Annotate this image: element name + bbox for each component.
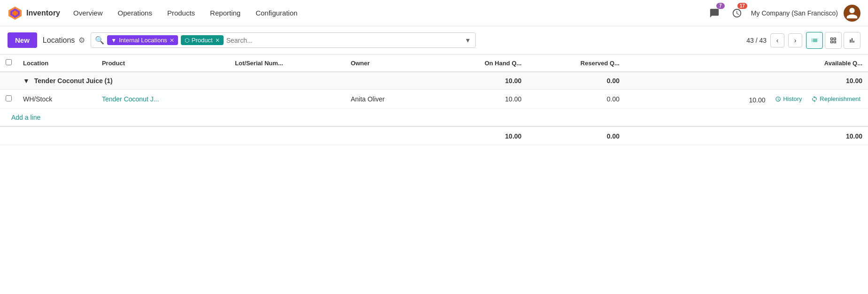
header-owner[interactable]: Owner — [345, 54, 434, 72]
totals-reserved: 0.00 — [527, 126, 625, 145]
product-link[interactable]: Tender Coconut J... — [102, 95, 159, 103]
history-button[interactable]: History — [773, 94, 804, 103]
user-avatar[interactable] — [844, 5, 860, 22]
filter-internal-label: Internal Locations — [119, 37, 167, 44]
filter-tag-product: ⬡ Product ✕ — [181, 35, 224, 45]
filter-internal-close[interactable]: ✕ — [170, 37, 174, 44]
table-row: WH/Stock Tender Coconut J... Anita Olive… — [0, 90, 868, 109]
header-product[interactable]: Product — [96, 54, 229, 72]
activity-badge: 17 — [737, 3, 747, 9]
totals-available: 10.00 — [625, 126, 868, 145]
row-location: WH/Stock — [17, 90, 96, 109]
group-on-hand: 10.00 — [433, 72, 527, 90]
totals-owner-cell — [345, 126, 434, 145]
totals-label-cell — [0, 126, 345, 145]
brand[interactable]: Inventory — [8, 6, 60, 21]
group-owner-cell — [345, 72, 434, 90]
row-lot-serial — [229, 90, 345, 109]
group-checkbox-cell — [0, 72, 17, 90]
search-icon: 🔍 — [95, 36, 104, 45]
company-name[interactable]: My Company (San Francisco) — [751, 9, 838, 17]
search-input[interactable] — [226, 37, 462, 44]
group-toggle-icon[interactable]: ▼ — [23, 77, 30, 85]
messages-icon-button[interactable]: 7 — [706, 5, 723, 22]
search-bar: 🔍 ▼ Internal Locations ✕ ⬡ Product ✕ ▾ — [91, 32, 476, 48]
settings-icon[interactable]: ⚙ — [78, 36, 85, 45]
group-label[interactable]: ▼ Tender Coconut Juice (1) — [17, 72, 345, 90]
totals-row: 10.00 0.00 10.00 — [0, 126, 868, 145]
nav-overview[interactable]: Overview — [68, 6, 108, 20]
header-available[interactable]: Available Q... — [625, 54, 868, 72]
prev-page-button[interactable]: ‹ — [770, 33, 784, 47]
subheader: New Locations ⚙ 🔍 ▼ Internal Locations ✕… — [0, 26, 868, 54]
navbar: Inventory Overview Operations Products R… — [0, 0, 868, 26]
view-buttons — [806, 32, 860, 49]
grid-view-button[interactable] — [825, 32, 842, 49]
nav-configuration[interactable]: Configuration — [250, 6, 303, 20]
new-button[interactable]: New — [8, 32, 37, 48]
search-dropdown-icon[interactable]: ▾ — [464, 35, 472, 46]
brand-name: Inventory — [26, 9, 60, 17]
inventory-table: Location Product Lot/Serial Num... Owner… — [0, 54, 868, 145]
add-line-row: Add a line — [0, 108, 868, 126]
nav-operations[interactable]: Operations — [112, 6, 158, 20]
row-product[interactable]: Tender Coconut J... — [96, 90, 229, 109]
pagination-text: 43 / 43 — [746, 37, 767, 44]
table-header-row: Location Product Lot/Serial Num... Owner… — [0, 54, 868, 72]
row-owner: Anita Oliver — [345, 90, 434, 109]
next-page-button[interactable]: › — [788, 33, 802, 47]
row-checkbox[interactable] — [6, 95, 12, 101]
filter-icon: ▼ — [111, 37, 116, 44]
filter-tag-internal-locations: ▼ Internal Locations ✕ — [107, 35, 178, 45]
select-all-checkbox[interactable] — [6, 59, 12, 65]
header-on-hand[interactable]: On Hand Q... — [433, 54, 527, 72]
chart-view-button[interactable] — [844, 32, 860, 49]
pagination-area: 43 / 43 ‹ › — [746, 32, 860, 49]
nav-products[interactable]: Products — [162, 6, 201, 20]
page-title: Locations — [43, 36, 75, 45]
brand-logo-icon — [8, 6, 23, 21]
row-available: 10.00 History Replenishment — [625, 90, 868, 109]
header-checkbox-cell — [0, 54, 17, 72]
group-row-tender-coconut: ▼ Tender Coconut Juice (1) 10.00 0.00 10… — [0, 72, 868, 90]
add-line-button[interactable]: Add a line — [6, 109, 46, 126]
header-reserved[interactable]: Reserved Q... — [527, 54, 625, 72]
filter-product-close[interactable]: ✕ — [215, 37, 220, 44]
row-checkbox-cell — [0, 90, 17, 109]
filter-product-label: Product — [192, 37, 213, 44]
header-location[interactable]: Location — [17, 54, 96, 72]
list-view-button[interactable] — [806, 32, 823, 49]
replenishment-button[interactable]: Replenishment — [809, 94, 862, 103]
navbar-right: 7 17 My Company (San Francisco) — [706, 5, 860, 22]
header-lot-serial[interactable]: Lot/Serial Num... — [229, 54, 345, 72]
table-container: Location Product Lot/Serial Num... Owner… — [0, 54, 868, 145]
row-on-hand: 10.00 — [433, 90, 527, 109]
group-available: 10.00 — [625, 72, 868, 90]
group-reserved: 0.00 — [527, 72, 625, 90]
nav-reporting[interactable]: Reporting — [204, 6, 246, 20]
activity-icon-button[interactable]: 17 — [728, 5, 745, 22]
product-filter-icon: ⬡ — [185, 37, 189, 44]
messages-badge: 7 — [716, 3, 725, 9]
page-title-area: Locations ⚙ — [43, 36, 85, 45]
totals-on-hand: 10.00 — [433, 126, 527, 145]
row-reserved: 0.00 — [527, 90, 625, 109]
